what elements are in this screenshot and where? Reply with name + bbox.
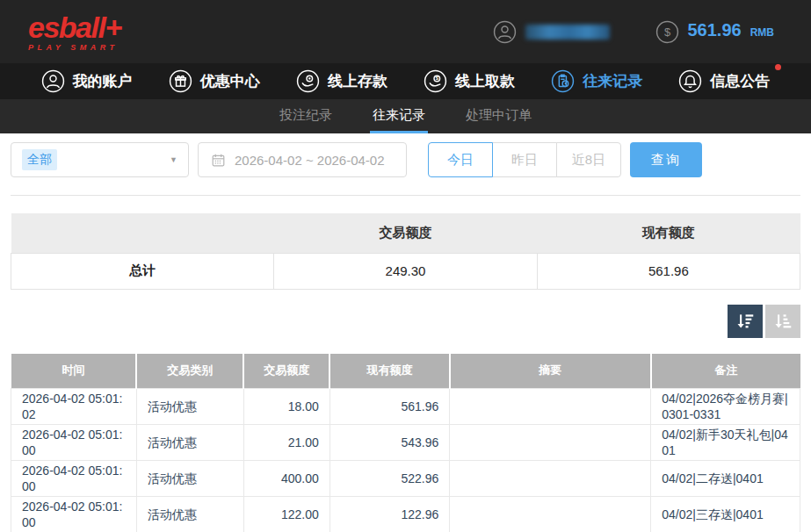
nav-item-label: 往来记录: [583, 71, 642, 91]
chevron-down-icon: ▼: [170, 155, 177, 164]
cell-summary: [450, 425, 651, 461]
search-button[interactable]: 查询: [630, 142, 702, 177]
nav-item-promotions[interactable]: 优惠中心: [169, 69, 260, 93]
cell-balance: 522.96: [329, 461, 449, 497]
cell-amount: 122.00: [243, 497, 329, 532]
table-row: 2026-04-02 05:01:00 活动优惠 122.00 122.96 0…: [11, 497, 800, 532]
balance-currency: RMB: [750, 26, 774, 39]
cell-amount: 18.00: [243, 389, 329, 425]
dollar-circle-icon: $: [655, 20, 679, 44]
brand-logo[interactable]: esball+ PLAY SMART: [28, 12, 121, 52]
summary-header-row: 交易额度 现有额度: [11, 213, 800, 253]
cell-balance: 543.96: [329, 425, 449, 461]
cell-note: 04/02|新手30天礼包|0401: [651, 425, 800, 461]
records-icon: [551, 69, 575, 93]
notification-dot: [775, 64, 781, 70]
cell-balance: 561.96: [329, 389, 449, 425]
cell-type: 活动优惠: [136, 497, 243, 532]
sort-descending-icon: [735, 311, 756, 332]
promotions-icon: [169, 69, 192, 93]
nav-item-label: 线上存款: [328, 71, 387, 91]
username-redacted: [525, 25, 610, 40]
cell-type: 活动优惠: [136, 461, 243, 497]
user-avatar-icon: [493, 20, 517, 44]
brand-logo-tagline: PLAY SMART: [28, 44, 121, 52]
divider: [11, 195, 800, 196]
balance-block[interactable]: $ 561.96 RMB: [655, 20, 775, 44]
cell-time: 2026-04-02 05:01:00: [11, 425, 137, 461]
nav-item-my-account[interactable]: 我的账户: [41, 69, 133, 93]
cell-note: 04/02|三存送|0401: [651, 497, 800, 532]
sort-controls: [11, 305, 800, 338]
tab-betting-records[interactable]: 投注纪录: [277, 99, 335, 133]
cell-note: 04/02|二存送|0401: [651, 461, 800, 497]
summary-transaction-total: 249.30: [274, 253, 537, 289]
table-row: 2026-04-02 05:01:00 活动优惠 400.00 522.96 0…: [11, 461, 800, 497]
cell-type: 活动优惠: [136, 425, 243, 461]
cell-amount: 400.00: [243, 461, 329, 497]
nav-item-label: 信息公告: [710, 71, 770, 91]
col-header-note: 备注: [651, 354, 800, 389]
summary-table: 交易额度 现有额度 总计 249.30 561.96: [11, 213, 800, 290]
col-header-amount: 交易额度: [243, 354, 329, 389]
summary-total-label: 总计: [11, 253, 274, 289]
nav-item-withdraw[interactable]: $ 线上取款: [424, 69, 515, 93]
table-row: 2026-04-02 05:01:02 活动优惠 18.00 561.96 04…: [11, 389, 800, 425]
calendar-icon: [211, 153, 226, 168]
date-range-input[interactable]: 2026-04-02 ~ 2026-04-02: [198, 142, 407, 177]
content: 全部 ▼ 2026-04-02 ~ 2026-04-02 今日 昨日 近8日 查…: [0, 133, 811, 532]
cell-time: 2026-04-02 05:01:02: [11, 389, 137, 425]
cell-summary: [450, 461, 651, 497]
summary-header-empty: [11, 213, 274, 253]
tab-transaction-records[interactable]: 往来记录: [370, 99, 428, 133]
cell-note: 04/02|2026夺金榜月赛|0301-0331: [651, 389, 800, 425]
sort-ascending-icon: [772, 311, 793, 332]
balance-amount: 561.96: [688, 20, 742, 40]
cell-summary: [450, 389, 651, 425]
subtab-bar: 投注纪录 往来记录 处理中订单: [0, 99, 811, 133]
summary-header-transaction: 交易额度: [274, 213, 537, 253]
svg-text:$: $: [663, 25, 670, 39]
tab-pending-orders[interactable]: 处理中订单: [463, 99, 534, 133]
nav-item-label: 线上取款: [455, 71, 515, 91]
user-account-block[interactable]: [493, 20, 610, 44]
cell-summary: [450, 497, 651, 532]
range-button-last-8-days[interactable]: 近8日: [556, 142, 621, 177]
summary-total-row: 总计 249.30 561.96: [11, 253, 800, 289]
cell-time: 2026-04-02 05:01:00: [11, 461, 137, 497]
filter-row: 全部 ▼ 2026-04-02 ~ 2026-04-02 今日 昨日 近8日 查…: [11, 142, 800, 177]
header-right: $ 561.96 RMB: [493, 20, 775, 44]
table-row: 2026-04-02 05:01:00 活动优惠 21.00 543.96 04…: [11, 425, 800, 461]
cell-amount: 21.00: [243, 425, 329, 461]
sort-descending-button[interactable]: [728, 305, 763, 338]
col-header-time: 时间: [11, 354, 137, 389]
account-icon: [41, 69, 65, 93]
announcements-icon: [678, 69, 702, 93]
nav-item-deposit[interactable]: 线上存款: [296, 69, 387, 93]
sort-ascending-button[interactable]: [765, 305, 800, 338]
withdraw-icon: $: [424, 69, 447, 93]
date-range-value: 2026-04-02 ~ 2026-04-02: [235, 153, 385, 168]
top-header: esball+ PLAY SMART $ 561.96 RMB: [0, 0, 811, 63]
nav-item-transaction-records[interactable]: 往来记录: [551, 69, 642, 93]
nav-item-announcements[interactable]: 信息公告: [678, 69, 770, 93]
col-header-balance: 现有额度: [329, 354, 449, 389]
brand-logo-text: esball+: [28, 12, 121, 42]
type-select[interactable]: 全部 ▼: [11, 142, 189, 177]
main-nav: 我的账户 优惠中心 线上存款 $ 线上取款: [0, 63, 811, 99]
range-button-today[interactable]: 今日: [428, 142, 493, 177]
summary-header-balance: 现有额度: [537, 213, 800, 253]
summary-balance-total: 561.96: [537, 253, 800, 289]
range-button-yesterday[interactable]: 昨日: [492, 142, 557, 177]
nav-item-label: 优惠中心: [200, 71, 260, 91]
type-select-value: 全部: [22, 149, 57, 170]
cell-balance: 122.96: [329, 497, 449, 532]
nav-item-label: 我的账户: [73, 71, 133, 91]
deposit-icon: [296, 69, 320, 93]
records-table: 时间 交易类别 交易额度 现有额度 摘要 备注 2026-04-02 05:01…: [11, 354, 800, 532]
records-header-row: 时间 交易类别 交易额度 现有额度 摘要 备注: [11, 354, 800, 389]
col-header-summary: 摘要: [450, 354, 651, 389]
cell-time: 2026-04-02 05:01:00: [11, 497, 137, 532]
quick-range-group: 今日 昨日 近8日: [428, 142, 621, 177]
cell-type: 活动优惠: [136, 389, 243, 425]
